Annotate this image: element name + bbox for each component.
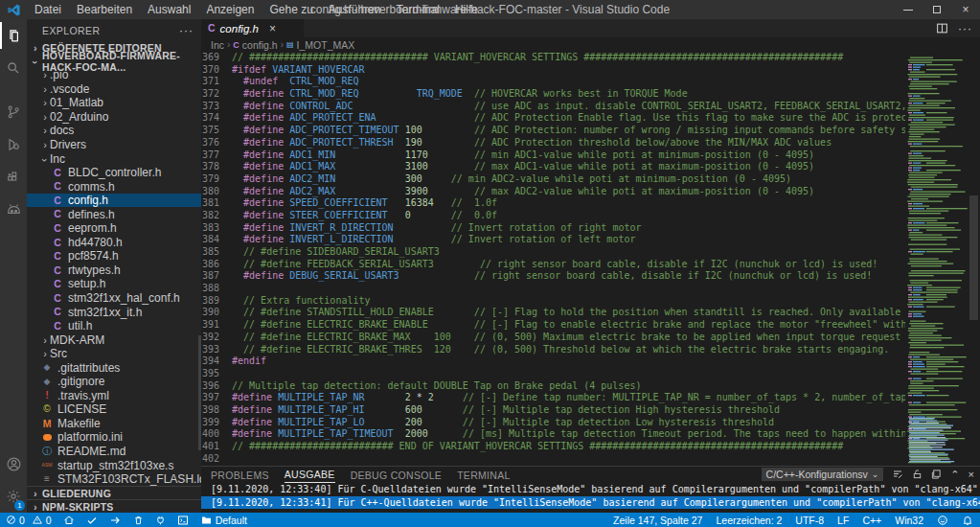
menu-anzeigen[interactable]: Anzeigen [198,0,262,19]
tree-item-docs[interactable]: ›docs [27,124,201,138]
tree-item-mdk-arm[interactable]: ›MDK-ARM [27,332,201,347]
tab-close-icon[interactable]: × [269,22,276,35]
source-control-icon[interactable] [0,96,27,128]
tree-item--vscode[interactable]: ›.vscode [27,82,201,97]
pio-env-switcher[interactable]: Default [194,513,253,527]
breadcrumb-item-symbol[interactable]: I_MOT_MAX [297,39,355,51]
maximize-panel-icon[interactable]: ⌃ [950,469,959,481]
clear-output-icon[interactable] [892,469,903,480]
tree-item-inc[interactable]: ›Inc [27,151,201,166]
tree-item-02-arduino[interactable]: ›02_Arduino [27,110,201,125]
problems-status[interactable]: 0 0 [0,513,57,527]
tree-item-eeprom-h[interactable]: Ceeprom.h [27,221,201,236]
tree-item-drivers[interactable]: ›Drivers [27,138,201,152]
tree-item--gitignore[interactable]: ◆.gitignore [27,375,201,389]
tree-item-defines-h[interactable]: Cdefines.h [27,207,201,221]
line-number: 392 [201,332,232,344]
minimap[interactable] [905,52,968,466]
panel-tab-debug-console[interactable]: DEBUG CONSOLE [351,468,443,483]
git-file-icon: ◆ [40,378,54,386]
npm-scripts-section[interactable]: › NPM-SKRIPTS [27,499,201,513]
pio-clean-button[interactable] [127,513,149,527]
title-bar: DateiBearbeitenAuswahlAnzeigenGehe zuAus… [0,0,980,19]
line-number: 383 [201,222,232,235]
tree-item-stm32f103rctx-flash-ld[interactable]: ≡STM32F103RCTx_FLASH.ld [27,472,201,486]
chevron-down-icon: › [30,57,41,67]
pio-upload-button[interactable] [103,513,127,527]
notifications-bell-icon[interactable] [955,513,980,527]
run-and-debug-icon[interactable] [0,128,27,161]
tree-item-stm32f1xx-hal-conf-h[interactable]: Cstm32f1xx_hal_conf.h [27,291,201,306]
editor-scrollbar[interactable] [968,52,980,466]
tab-config-h[interactable]: C config.h × [201,19,305,37]
tree-item-label: README.md [57,445,125,458]
status-zeile-147-spalte-27[interactable]: Zeile 147, Spalte 27 [606,513,709,527]
status-leerzeichen-2[interactable]: Leerzeichen: 2 [709,513,788,527]
status-win32[interactable]: Win32 [888,513,930,527]
platformio-icon[interactable] [0,194,27,226]
breadcrumb-item-file[interactable]: config.h [242,39,278,51]
open-in-editor-icon[interactable] [931,469,942,480]
explorer-icon[interactable] [0,19,27,52]
close-button[interactable]: × [951,0,980,19]
feedback-smiley-icon[interactable] [930,513,955,527]
menu-auswahl[interactable]: Auswahl [140,0,198,19]
status-utf-8[interactable]: UTF-8 [788,513,831,527]
root-folder-section[interactable]: › HOVERBOARD-FIRMWARE-HACK-FOC-MA... [27,55,201,68]
code-line-369: 369// ############################### VA… [201,52,905,64]
minimize-button[interactable] [894,0,923,19]
tree-item-src[interactable]: ›Src [27,347,201,361]
line-number: 385 [201,246,232,259]
restore-button[interactable] [923,0,951,19]
status-c++[interactable]: C++ [855,513,888,527]
tree-item-hd44780-h[interactable]: Chd44780.h [27,236,201,250]
panel-tab-terminal[interactable]: TERMINAL [457,468,511,483]
tree-item-bldc-controller-h[interactable]: CBLDC_controller.h [27,166,201,180]
tree-item-label: stm32f1xx_hal_conf.h [68,291,180,305]
close-panel-icon[interactable]: × [969,469,974,480]
panel-tab-ausgabe[interactable]: AUSGABE [285,467,335,483]
tree-item-readme-md[interactable]: ⓘREADME.md [27,445,201,459]
panel-tab-problems[interactable]: PROBLEMS [211,468,269,483]
tree-item-config-h[interactable]: Cconfig.h [27,194,201,208]
output-channel-dropdown[interactable]: C/C++-Konfigurationsv⌄ [762,468,884,481]
editor-more-actions-icon[interactable]: ··· [958,22,972,35]
tree-item-stm32f1xx-it-h[interactable]: Cstm32f1xx_it.h [27,305,201,319]
tree-item-01-matlab[interactable]: ›01_Matlab [27,96,201,110]
explorer-more-actions-icon[interactable]: ··· [179,24,194,37]
output-log[interactable]: [9.11.2020, 12:33:40] Für C-Quelldateien… [201,483,980,513]
breadcrumb-item-inc[interactable]: Inc [211,39,224,51]
lock-icon[interactable] [912,469,923,480]
tree-item--travis-yml[interactable]: !.travis.yml [27,389,201,403]
tree-item-comms-h[interactable]: Ccomms.h [27,179,201,194]
pio-build-button[interactable] [80,513,103,527]
pio-serial-monitor-button[interactable] [149,513,171,527]
menu-bearbeiten[interactable]: Bearbeiten [69,0,140,19]
menu-datei[interactable]: Datei [27,0,69,19]
pio-terminal-button[interactable] [171,513,194,527]
line-number: 373 [201,101,232,113]
tree-item-startup-stm32f103xe-s[interactable]: ASMstartup_stm32f103xe.s [27,458,201,472]
settings-gear-icon[interactable]: 1 [0,480,27,513]
chevron-right-icon: › [227,39,230,50]
tree-item-util-h[interactable]: Cutil.h [27,319,201,333]
code-line-376: 376 #define ADC_PROTECT_THRESH 190 // AD… [201,137,905,149]
tree-item-setup-h[interactable]: Csetup.h [27,277,201,291]
tree-item--gitattributes[interactable]: ◆.gitattributes [27,360,201,375]
tree-item-rtwtypes-h[interactable]: Crtwtypes.h [27,264,201,278]
code-editor[interactable]: 369// ############################### VA… [201,52,905,466]
code-line-384: 384 #define INVERT_L_DIRECTION // Invert… [201,234,905,246]
outline-section[interactable]: › GLIEDERUNG [27,486,201,499]
search-icon[interactable] [0,52,27,84]
split-editor-icon[interactable] [936,22,948,34]
tree-item--pio[interactable]: ›.pio [27,68,201,82]
pio-home-button[interactable] [57,513,80,527]
tree-item-platformio-ini[interactable]: platformio.ini [27,430,201,445]
account-icon[interactable] [0,447,27,480]
error-icon [6,515,16,525]
tree-item-license[interactable]: ©LICENSE [27,402,201,417]
tree-item-pcf8574-h[interactable]: Cpcf8574.h [27,249,201,264]
extensions-icon[interactable] [0,161,27,194]
status-lf[interactable]: LF [831,513,855,527]
tree-item-makefile[interactable]: MMakefile [27,417,201,431]
